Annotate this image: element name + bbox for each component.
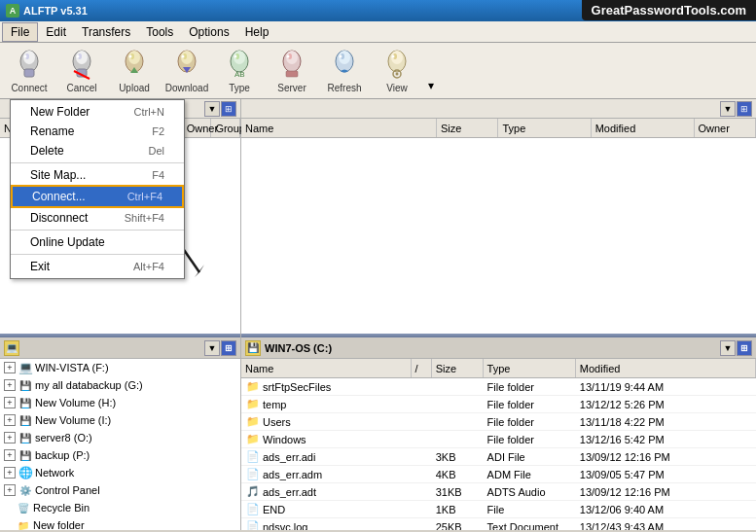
menu-transfers[interactable]: Transfers — [74, 22, 138, 42]
menu-item-new-folder[interactable]: New Folder Ctrl+N — [11, 102, 184, 122]
tree-item[interactable]: + 💾 server8 (O:) — [0, 429, 240, 446]
tree-label: New Volume (I:) — [35, 414, 111, 426]
list-item[interactable]: 📁Users File folder 13/11/18 4:22 PM — [241, 413, 756, 431]
list-item[interactable]: 🎵ads_err.adt 31KB ADTS Audio 13/09/12 12… — [241, 483, 756, 501]
tree-btn-2[interactable]: ⊞ — [221, 340, 236, 356]
menu-edit[interactable]: Edit — [38, 22, 74, 42]
tree-item-network[interactable]: + 🌐 Network — [0, 464, 240, 481]
app-icon: A — [6, 4, 19, 18]
local-btn-2[interactable]: ⊞ — [737, 340, 752, 356]
local-panel-title: WIN7-OS (C:) — [265, 342, 332, 354]
tree-label: my all databackup (G:) — [35, 379, 143, 391]
menu-item-site-map[interactable]: Site Map... F4 — [11, 165, 184, 185]
tree-label: backup (P:) — [35, 449, 90, 461]
connect-icon — [12, 48, 47, 83]
svg-rect-30 — [286, 71, 298, 77]
cancel-icon — [64, 48, 99, 83]
expander[interactable]: + — [4, 432, 16, 443]
expander[interactable]: + — [4, 414, 16, 426]
toolbar-dropdown[interactable]: ▾ — [424, 46, 438, 96]
svg-point-40 — [396, 73, 399, 76]
menu-options[interactable]: Options — [181, 22, 236, 42]
col-owner[interactable]: Owner — [695, 119, 756, 137]
shortcut: Alt+F4 — [133, 261, 164, 272]
panel-btn-2[interactable]: ⊞ — [221, 101, 236, 117]
tree-label: WIN-VISTA (F:) — [35, 362, 109, 373]
menu-item-connect[interactable]: Connect... Ctrl+F4 — [11, 185, 184, 208]
menu-item-online-update[interactable]: Online Update — [11, 232, 184, 252]
server-button[interactable]: Server — [267, 46, 317, 96]
expander[interactable]: + — [4, 449, 16, 461]
col-name[interactable]: Name — [241, 119, 437, 137]
col-size[interactable]: Size — [437, 119, 498, 137]
menu-help[interactable]: Help — [237, 22, 277, 42]
tree-item-controlpanel[interactable]: + ⚙️ Control Panel — [0, 481, 240, 499]
menu-tools[interactable]: Tools — [138, 22, 181, 42]
list-item[interactable]: 📄ads_err.adm 4KB ADM File 13/09/05 5:47 … — [241, 466, 756, 483]
svg-point-8 — [77, 55, 80, 58]
svg-point-24 — [234, 55, 237, 58]
panel-icons-top-left: ▼ ⊞ — [204, 101, 236, 117]
col-type[interactable]: Type — [498, 119, 591, 137]
tree-panel-header: 💻 ▼ ⊞ — [0, 337, 240, 359]
col-type[interactable]: Type — [484, 359, 576, 377]
view-button[interactable]: View — [372, 46, 422, 96]
list-item[interactable]: 📁Windows File folder 13/12/16 5:42 PM — [241, 431, 756, 448]
tree-item[interactable]: + 💾 my all databackup (G:) — [0, 376, 240, 394]
col-size[interactable]: Size — [432, 359, 484, 377]
menu-item-exit[interactable]: Exit Alt+F4 — [11, 257, 184, 276]
expander[interactable]: + — [4, 397, 16, 408]
file-tree[interactable]: + 💻 WIN-VISTA (F:) + 💾 my all databackup… — [0, 359, 240, 530]
panel-btn-1[interactable]: ▼ — [204, 101, 220, 117]
col-sep[interactable]: / — [412, 359, 432, 377]
panel-icons-top-right: ▼ ⊞ — [720, 101, 752, 117]
right-bottom-panel: 💾 WIN7-OS (C:) ▼ ⊞ Name / Size Type Modi… — [241, 336, 756, 530]
tree-item[interactable]: + 💾 New Volume (H:) — [0, 394, 240, 411]
folder-icon: 📁 — [16, 517, 31, 530]
cancel-button[interactable]: Cancel — [56, 46, 107, 96]
tree-item[interactable]: + 💾 New Volume (I:) — [0, 411, 240, 429]
recyclebin-icon: 🗑️ — [16, 500, 31, 515]
connect-label: Connect — [11, 83, 47, 93]
col-owner[interactable]: Owner — [183, 119, 212, 137]
network-icon: 🌐 — [18, 465, 33, 480]
list-item[interactable]: 📁temp File folder 13/12/12 5:26 PM — [241, 396, 756, 413]
expander[interactable]: + — [4, 467, 16, 479]
panel-btn-2[interactable]: ⊞ — [737, 101, 752, 117]
panel-btn-1[interactable]: ▼ — [720, 101, 736, 117]
type-button[interactable]: AB Type — [214, 46, 265, 96]
expander[interactable]: + — [4, 484, 16, 496]
list-item[interactable]: 📄ndsvc.log 25KB Text Document 13/12/43 9… — [241, 518, 756, 530]
shortcut: Shift+F4 — [125, 212, 164, 224]
tree-item[interactable]: + 💻 WIN-VISTA (F:) — [0, 359, 240, 376]
menu-item-rename[interactable]: Rename F2 — [11, 122, 184, 141]
expander[interactable]: + — [4, 379, 16, 391]
list-item[interactable]: 📄ads_err.adi 3KB ADI File 13/09/12 12:16… — [241, 448, 756, 466]
tree-item[interactable]: 📁 New folder — [0, 516, 240, 530]
local-btn-1[interactable]: ▼ — [720, 340, 736, 356]
expander[interactable]: + — [4, 362, 16, 373]
tree-btn-1[interactable]: ▼ — [204, 340, 220, 356]
menu-file[interactable]: File — [2, 22, 38, 42]
menu-item-delete[interactable]: Delete Del — [11, 141, 184, 160]
list-item[interactable]: 📁srtFtpSecFiles File folder 13/11/19 9:4… — [241, 378, 756, 396]
tree-label: Network — [35, 467, 74, 479]
list-item[interactable]: 📄END 1KB File 13/12/06 9:40 AM — [241, 501, 756, 518]
refresh-button[interactable]: Refresh — [319, 46, 370, 96]
tree-label: Control Panel — [35, 484, 100, 496]
upload-button[interactable]: Upload — [109, 46, 160, 96]
toolbar: Connect Cancel Upload — [0, 43, 756, 99]
file-dropdown-menu[interactable]: New Folder Ctrl+N Rename F2 Delete Del S… — [10, 99, 185, 279]
drive-icon: 💾 — [18, 430, 33, 445]
download-button[interactable]: Download — [162, 46, 212, 96]
tree-item[interactable]: + 💾 backup (P:) — [0, 446, 240, 464]
left-bottom-panel: 💻 ▼ ⊞ + 💻 WIN-VISTA (F:) + 💾 my all data — [0, 336, 240, 530]
local-drive-icon: 💾 — [245, 340, 261, 356]
tree-item-recyclebin[interactable]: 🗑️ Recycle Bin — [0, 499, 240, 516]
col-name[interactable]: Name — [241, 359, 412, 377]
connect-button[interactable]: Connect — [4, 46, 54, 96]
col-group[interactable]: Group — [211, 119, 240, 137]
col-modified[interactable]: Modified — [576, 359, 756, 377]
menu-item-disconnect[interactable]: Disconnect Shift+F4 — [11, 208, 184, 228]
col-modified[interactable]: Modified — [592, 119, 695, 137]
